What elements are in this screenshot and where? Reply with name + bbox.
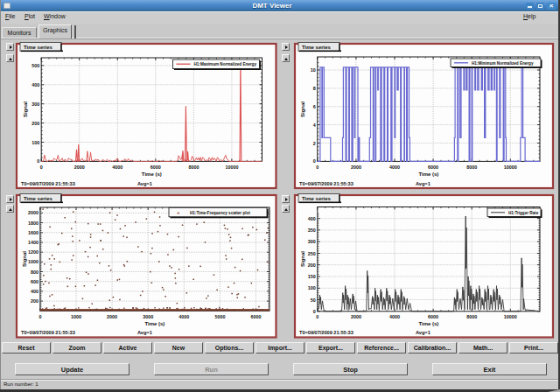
svg-text:Avg=1: Avg=1 <box>137 181 152 186</box>
svg-text:10000: 10000 <box>503 314 516 319</box>
svg-text:0: 0 <box>316 314 318 319</box>
svg-text:0: 0 <box>38 314 41 319</box>
svg-text:300: 300 <box>32 102 39 107</box>
svg-text:4000: 4000 <box>112 164 122 170</box>
svg-text:Time series: Time series <box>24 45 53 50</box>
svg-text:2000: 2000 <box>107 314 117 319</box>
svg-text:350: 350 <box>307 228 315 233</box>
svg-text:10000: 10000 <box>225 164 238 170</box>
svg-text:6: 6 <box>312 104 315 109</box>
svg-text:Signal: Signal <box>23 102 28 117</box>
svg-text:300: 300 <box>307 239 315 244</box>
svg-text:T0=09/07/2009 21:55:33: T0=09/07/2009 21:55:33 <box>299 181 354 186</box>
svg-text:1000: 1000 <box>28 259 38 264</box>
svg-text:+: + <box>177 210 180 215</box>
svg-text:0: 0 <box>40 164 43 170</box>
svg-text:8000: 8000 <box>466 314 477 319</box>
svg-text:T0=09/07/2009 21:55:33: T0=09/07/2009 21:55:33 <box>299 330 354 335</box>
svg-text:1000: 1000 <box>71 314 81 319</box>
svg-text:6000: 6000 <box>428 164 438 170</box>
svg-text:Time series: Time series <box>24 196 53 201</box>
svg-text:4000: 4000 <box>389 314 400 319</box>
svg-text:100: 100 <box>307 285 315 290</box>
svg-text:H1:Minimum Normalized Energy: H1:Minimum Normalized Energy <box>472 61 534 66</box>
svg-text:0: 0 <box>312 309 315 314</box>
svg-text:800: 800 <box>31 270 38 275</box>
svg-text:600: 600 <box>31 279 38 284</box>
svg-text:0: 0 <box>312 158 315 164</box>
svg-text:0: 0 <box>37 158 39 164</box>
svg-text:2000: 2000 <box>74 164 85 170</box>
svg-text:Signal: Signal <box>299 102 304 117</box>
svg-text:Signal: Signal <box>22 251 27 267</box>
svg-text:H1:Trigger Rate: H1:Trigger Rate <box>508 211 539 215</box>
svg-text:400: 400 <box>31 289 38 294</box>
svg-text:50: 50 <box>310 298 315 303</box>
svg-text:200: 200 <box>31 298 38 304</box>
svg-text:2: 2 <box>312 141 315 146</box>
svg-text:5000: 5000 <box>214 314 225 319</box>
svg-text:Avg=1: Avg=1 <box>137 330 152 335</box>
svg-text:400: 400 <box>307 216 315 221</box>
svg-text:3000: 3000 <box>143 314 153 319</box>
svg-text:Time (s): Time (s) <box>418 321 438 326</box>
svg-text:100: 100 <box>32 140 39 145</box>
svg-text:400: 400 <box>32 82 39 88</box>
svg-text:Time (s): Time (s) <box>418 172 438 177</box>
svg-text:150: 150 <box>307 274 315 279</box>
svg-text:2000: 2000 <box>350 314 360 319</box>
svg-text:200: 200 <box>307 262 315 268</box>
svg-text:6000: 6000 <box>428 314 438 319</box>
svg-text:Time series: Time series <box>302 196 332 201</box>
svg-text:Time (s): Time (s) <box>142 172 162 177</box>
svg-text:4000: 4000 <box>389 164 400 170</box>
svg-text:Time (s): Time (s) <box>144 321 164 326</box>
svg-text:8000: 8000 <box>466 164 477 170</box>
svg-text:4000: 4000 <box>178 314 189 319</box>
svg-text:10000: 10000 <box>503 164 516 170</box>
svg-text:1200: 1200 <box>28 249 38 255</box>
svg-text:Avg=1: Avg=1 <box>416 181 430 186</box>
svg-text:T0=09/07/2009 21:55:33: T0=09/07/2009 21:55:33 <box>21 330 75 335</box>
svg-text:Avg=1: Avg=1 <box>416 330 430 335</box>
svg-text:1600: 1600 <box>28 230 38 235</box>
svg-text:0: 0 <box>316 164 318 170</box>
svg-text:T0=09/07/2009 21:55:33: T0=09/07/2009 21:55:33 <box>21 181 75 186</box>
svg-text:10: 10 <box>310 67 315 73</box>
svg-text:6000: 6000 <box>251 314 262 319</box>
svg-text:H1:Maximum Normalized Energy: H1:Maximum Normalized Energy <box>194 62 257 66</box>
svg-text:H1:Time-Frequency scatter plot: H1:Time-Frequency scatter plot <box>190 211 250 215</box>
svg-text:4: 4 <box>312 122 315 128</box>
svg-text:2000: 2000 <box>350 164 360 170</box>
svg-text:Time series: Time series <box>302 45 332 50</box>
svg-text:1400: 1400 <box>28 240 38 245</box>
svg-text:250: 250 <box>307 251 315 256</box>
svg-text:8: 8 <box>312 86 315 91</box>
svg-text:1800: 1800 <box>28 220 38 226</box>
svg-text:2000: 2000 <box>28 210 38 215</box>
svg-text:500: 500 <box>32 63 39 68</box>
svg-text:Signal: Signal <box>299 251 304 267</box>
svg-text:8000: 8000 <box>188 164 199 170</box>
svg-text:6000: 6000 <box>150 164 161 170</box>
svg-text:200: 200 <box>32 121 39 126</box>
